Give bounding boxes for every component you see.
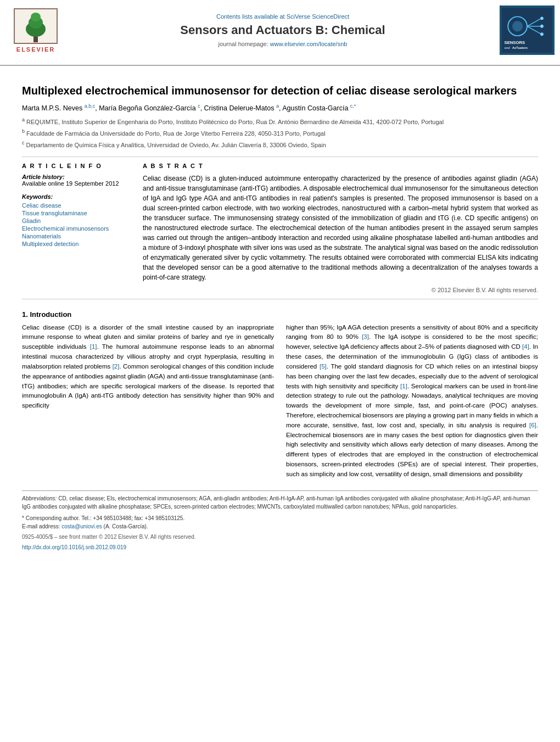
svg-point-12	[540, 16, 544, 20]
elsevier-brand-text: ELSEVIER	[16, 46, 55, 53]
corresponding-author: * Corresponding author. Tel.: +34 985103…	[22, 514, 538, 522]
svg-point-13	[540, 25, 544, 28]
abbreviations-line: Abbreviations: CD, celiac disease; EIs, …	[22, 494, 538, 511]
corresponding-label: * Corresponding author. Tel.: +34 985103…	[22, 515, 184, 521]
ref-5[interactable]: [5]	[320, 363, 327, 370]
section-1-title: 1. Introduction	[22, 310, 538, 319]
keywords-section: Keywords: Celiac disease Tissue transglu…	[22, 193, 132, 247]
divider	[22, 157, 538, 157]
affiliation-c: c Departamento de Química Física y Analí…	[22, 140, 538, 149]
journal-header: ELSEVIER Contents lists available at Sci…	[0, 0, 560, 66]
sensors-actuators-logo: SENSORS and AcTuators	[500, 5, 555, 55]
elsevier-tree-icon	[14, 8, 58, 44]
info-abstract-section: A R T I C L E I N F O Article history: A…	[22, 163, 538, 293]
keywords-label: Keywords:	[22, 193, 132, 200]
journal-header-center: Contents lists available at SciVerse Sci…	[71, 0, 494, 60]
article-info-column: A R T I C L E I N F O Article history: A…	[22, 163, 132, 293]
journal-homepage: journal homepage: www.elsevier.com/locat…	[219, 41, 348, 47]
section-number: 1.	[22, 310, 28, 319]
homepage-url[interactable]: www.elsevier.com/locate/snb	[270, 41, 348, 47]
issn-text: 0925-4005/$ – see front matter © 2012 El…	[22, 534, 196, 540]
intro-text-right: higher than 95%; IgA AGA detection prese…	[286, 323, 538, 479]
abstract-column: A B S T R A C T Celiac disease (CD) is a…	[143, 163, 538, 293]
svg-point-14	[540, 32, 544, 36]
authors-line: Marta M.P.S. Neves a,b,c, María Begoña G…	[22, 103, 538, 112]
intro-text-left: Celiac disease (CD) is a disorder of the…	[22, 323, 274, 411]
abstract-text: Celiac disease (CD) is a gluten-induced …	[143, 174, 538, 282]
footnote-area: Abbreviations: CD, celiac disease; EIs, …	[22, 490, 538, 551]
keyword-2: Tissue transglutaminase	[22, 210, 132, 216]
main-content: 1. Introduction Celiac disease (CD) is a…	[22, 310, 538, 483]
ref-1b[interactable]: [1]	[400, 383, 407, 389]
article-info-heading: A R T I C L E I N F O	[22, 163, 132, 169]
svg-point-8	[512, 21, 523, 31]
keyword-6: Multiplexed detection	[22, 241, 132, 247]
sciverse-text: Contents lists available at SciVerse Sci…	[216, 13, 349, 20]
affiliation-b: b Faculdade de Farmácia da Universidade …	[22, 128, 538, 138]
sensors-logo-graphic: SENSORS and AcTuators	[501, 8, 553, 53]
sensors-logo-area: SENSORS and AcTuators	[494, 0, 560, 60]
affiliation-a: a REQUIMTE, Instituto Superior de Engenh…	[22, 116, 538, 126]
svg-text:AcTuators: AcTuators	[512, 46, 528, 49]
abbreviations-text: CD, celiac disease; EIs, electrochemical…	[22, 495, 530, 510]
article-title: Multiplexed electrochemical immunosensor…	[22, 83, 538, 98]
copyright-line: © 2012 Elsevier B.V. All rights reserved…	[143, 287, 538, 293]
journal-title: Sensors and Actuators B: Chemical	[180, 23, 385, 37]
email-label: E-mail address:	[22, 523, 60, 529]
ref-1[interactable]: [1]	[90, 343, 97, 350]
available-online: Available online 19 September 2012	[22, 180, 132, 187]
page-wrapper: ELSEVIER Contents lists available at Sci…	[0, 0, 560, 560]
keyword-1: Celiac disease	[22, 202, 132, 209]
ref-2[interactable]: [2]	[113, 363, 120, 370]
ref-4[interactable]: [4]	[522, 343, 529, 350]
elsevier-logo: ELSEVIER	[14, 8, 58, 53]
issn-line: 0925-4005/$ – see front matter © 2012 El…	[22, 533, 538, 541]
ref-6[interactable]: [6]	[529, 422, 536, 428]
homepage-label: journal homepage:	[219, 41, 268, 47]
doi-line: http://dx.doi.org/10.1016/j.snb.2012.09.…	[22, 543, 538, 551]
intro-col-right: higher than 95%; IgA AGA detection prese…	[286, 323, 538, 483]
email-suffix: (A. Costa-García).	[104, 523, 148, 529]
svg-text:and: and	[505, 46, 511, 49]
affiliations: a REQUIMTE, Instituto Superior de Engenh…	[22, 116, 538, 149]
doi-link[interactable]: http://dx.doi.org/10.1016/j.snb.2012.09.…	[22, 544, 126, 550]
intro-col-left: Celiac disease (CD) is a disorder of the…	[22, 323, 274, 483]
email-line: E-mail address: costa@uniovi.es (A. Cost…	[22, 522, 538, 531]
history-label: Article history:	[22, 174, 132, 180]
email-link[interactable]: costa@uniovi.es	[61, 523, 102, 529]
keyword-4: Electrochemical immunosensors	[22, 225, 132, 232]
article-body: Multiplexed electrochemical immunosensor…	[0, 66, 560, 560]
elsevier-logo-area: ELSEVIER	[0, 0, 71, 60]
ref-3[interactable]: [3]	[362, 333, 369, 340]
sciverse-link[interactable]: Contents lists available at SciVerse Sci…	[216, 13, 349, 20]
section-title-text: Introduction	[30, 310, 71, 319]
keyword-3: Gliadin	[22, 217, 132, 224]
divider-2	[22, 299, 538, 299]
article-history: Article history: Available online 19 Sep…	[22, 174, 132, 187]
svg-text:SENSORS: SENSORS	[505, 40, 525, 45]
svg-point-4	[31, 13, 41, 21]
keyword-5: Nanomaterials	[22, 233, 132, 239]
intro-columns: Celiac disease (CD) is a disorder of the…	[22, 323, 538, 483]
abstract-heading: A B S T R A C T	[143, 163, 538, 169]
abbreviations-label: Abbreviations:	[22, 495, 57, 501]
